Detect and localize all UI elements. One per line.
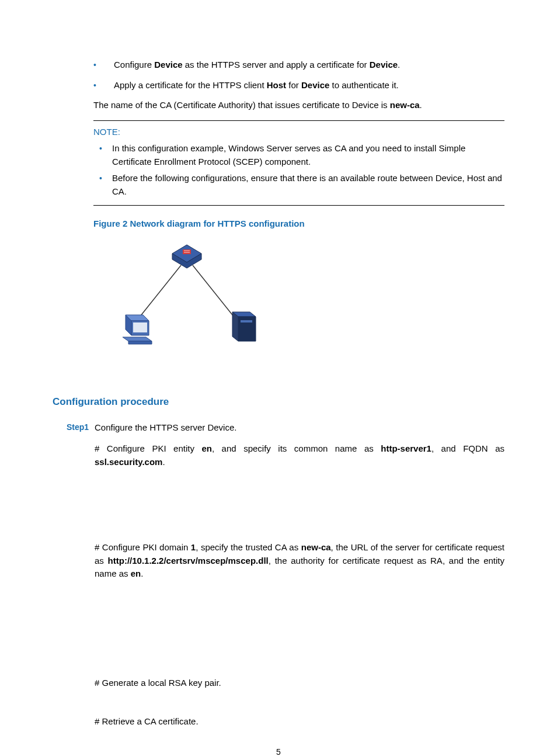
text: Apply a certificate for the HTTPS client bbox=[114, 80, 267, 90]
ca-para: The name of the CA (Certificate Authorit… bbox=[93, 99, 504, 112]
bold-text: ssl.security.com bbox=[95, 457, 162, 467]
text: . bbox=[141, 568, 143, 578]
svg-rect-4 bbox=[183, 249, 191, 254]
text: to authenticate it. bbox=[329, 80, 398, 90]
step-row: Step1 Configure the HTTPS server Device. bbox=[64, 421, 504, 435]
svg-rect-10 bbox=[133, 322, 147, 332]
svg-marker-11 bbox=[123, 337, 152, 341]
bold-text: Device bbox=[370, 60, 398, 70]
bold-text: http-server1 bbox=[381, 443, 431, 453]
config-procedure-header: Configuration procedure bbox=[53, 394, 504, 410]
bold-text: new-ca bbox=[390, 100, 420, 110]
svg-marker-12 bbox=[128, 341, 152, 344]
text: # Configure PKI entity bbox=[95, 443, 201, 453]
svg-marker-15 bbox=[232, 312, 238, 341]
bold-text: Device bbox=[301, 80, 329, 90]
bold-text: new-ca bbox=[301, 542, 331, 552]
text: Configure bbox=[114, 60, 154, 70]
text: . bbox=[420, 100, 422, 110]
bold-text: en bbox=[201, 443, 212, 453]
text: , and FQDN as bbox=[431, 443, 504, 453]
text: , specify the trusted CA as bbox=[196, 542, 301, 552]
diagram-svg bbox=[105, 239, 269, 350]
text: # Configure PKI domain bbox=[95, 542, 191, 552]
text: , and specify its common name as bbox=[212, 443, 381, 453]
bold-text: 1 bbox=[191, 542, 196, 552]
note-item: Before the following configurations, ens… bbox=[99, 172, 504, 198]
note-list: In this configuration example, Windows S… bbox=[93, 142, 504, 198]
step-label: Step1 bbox=[64, 421, 95, 435]
note-item: In this configuration example, Windows S… bbox=[99, 142, 504, 168]
text: . bbox=[398, 60, 400, 70]
top-bullet-list: Configure Device as the HTTPS server and… bbox=[93, 58, 504, 92]
bullet-item: Apply a certificate for the HTTPS client… bbox=[93, 79, 504, 92]
ca-cert-para: # Retrieve a CA certificate. bbox=[95, 715, 504, 729]
pki-domain-para: # Configure PKI domain 1, specify the tr… bbox=[95, 541, 504, 581]
rsa-para: # Generate a local RSA key pair. bbox=[95, 677, 504, 690]
text: The name of the CA (Certificate Authorit… bbox=[93, 100, 390, 110]
note-box: NOTE: In this configuration example, Win… bbox=[93, 120, 504, 206]
network-diagram bbox=[105, 239, 504, 354]
bullet-item: Configure Device as the HTTPS server and… bbox=[93, 58, 504, 72]
svg-rect-16 bbox=[241, 320, 252, 322]
figure-caption: Figure 2 Network diagram for HTTPS confi… bbox=[93, 217, 504, 231]
text: for bbox=[286, 80, 301, 90]
bold-text: Device bbox=[154, 60, 182, 70]
bold-text: http://10.1.2.2/certsrv/mscep/mscep.dll bbox=[108, 556, 269, 566]
step-text: Configure the HTTPS server Device. bbox=[95, 421, 504, 435]
pki-entity-para: # Configure PKI entity en, and specify i… bbox=[95, 442, 504, 469]
bold-text: Host bbox=[267, 80, 286, 90]
text: as the HTTPS server and apply a certific… bbox=[183, 60, 370, 70]
text: . bbox=[162, 457, 165, 467]
page-number: 5 bbox=[53, 746, 504, 757]
bold-text: en bbox=[131, 568, 141, 578]
note-label: NOTE: bbox=[93, 126, 504, 139]
